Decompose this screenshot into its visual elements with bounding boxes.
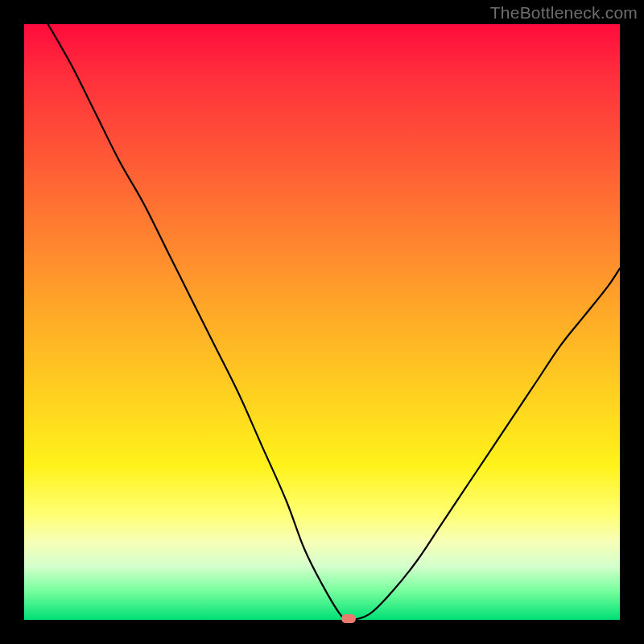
bottleneck-curve bbox=[24, 24, 620, 620]
curve-path bbox=[48, 24, 620, 620]
watermark-text: TheBottleneck.com bbox=[490, 3, 638, 23]
plot-area bbox=[24, 24, 620, 620]
valley-marker bbox=[341, 614, 356, 623]
chart-stage: TheBottleneck.com bbox=[0, 0, 644, 644]
